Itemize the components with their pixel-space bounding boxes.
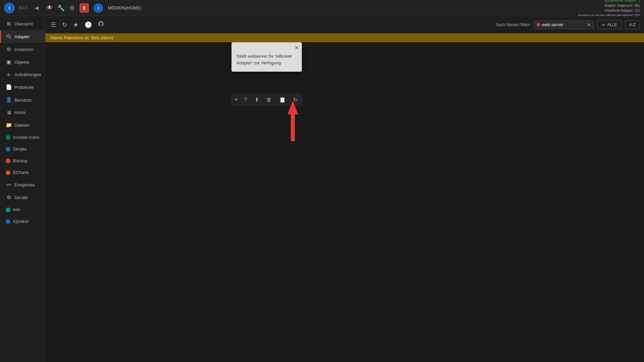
- script-icon: [6, 147, 10, 152]
- icontwo-icon: [6, 135, 10, 140]
- host-logo-text: i: [98, 6, 99, 10]
- sidebar-item-info[interactable]: Info: [0, 204, 45, 216]
- red-arrow-indicator: [286, 101, 300, 142]
- filter-input-wrapper[interactable]: ✕: [534, 20, 594, 29]
- sidebar-collapse-button[interactable]: ◀: [33, 4, 41, 12]
- sidebar: ⊞ Übersicht 🔌 Adapter ⧉ Instanzen ▣ Obje…: [0, 16, 45, 362]
- stat-total: Adapter Insgesamt: 481: [604, 4, 640, 7]
- filter-label: Nach Namen filtern: [496, 22, 530, 27]
- visibility-icon[interactable]: 👁: [47, 4, 53, 11]
- sidebar-label-protokolle: Protokolle: [14, 85, 34, 90]
- sidebar-item-dateien[interactable]: 📁 Dateien: [0, 119, 45, 131]
- sidebar-item-skripte[interactable]: Skripte: [0, 143, 45, 155]
- device-icon: ⚙: [6, 194, 12, 200]
- adapter-card-toolbar: + ? ⬆ 🗑 📋 ↻: [231, 94, 302, 105]
- add-adapter-button[interactable]: +: [234, 96, 238, 103]
- sidebar-label-ereignisse: Ereignisse: [14, 182, 35, 187]
- settings-icon[interactable]: ⚙: [69, 4, 75, 12]
- repo-banner: Aktives Repository ist: 'Beta (latest)': [45, 34, 644, 42]
- sidebar-label-instanzen: Instanzen: [14, 47, 33, 52]
- backup-icon: [6, 159, 10, 163]
- tooltip-close-button[interactable]: ✕: [294, 45, 299, 51]
- app-version: v5.2.3: [18, 6, 27, 10]
- repo-banner-text: Aktives Repository ist: 'Beta (latest)': [50, 36, 114, 40]
- sidebar-item-objekte[interactable]: ▣ Objekte: [0, 56, 45, 68]
- list-view-icon[interactable]: ☰: [49, 20, 57, 30]
- doc-icon: 📄: [6, 84, 12, 90]
- sidebar-item-iqontrol[interactable]: iQontrol: [0, 216, 45, 227]
- hostname-label: MEDION(HOME): [108, 5, 141, 10]
- sidebar-item-echarts[interactable]: ECharts: [0, 167, 45, 178]
- help-button[interactable]: ?: [243, 96, 249, 104]
- upload-button[interactable]: ⬆: [253, 96, 260, 104]
- sidebar-item-instanzen[interactable]: ⧉ Instanzen: [0, 43, 45, 56]
- sidebar-item-backup[interactable]: Backup: [0, 155, 45, 167]
- github-icon[interactable]: [97, 19, 105, 30]
- refresh-icon[interactable]: ↻: [61, 20, 68, 30]
- adapter-stats: Ausgewählte Adapter: 1 Adapter Insgesamt…: [578, 0, 640, 18]
- tooltip-header: ✕: [232, 43, 302, 52]
- alle-button[interactable]: ∞ ALLE: [597, 20, 622, 29]
- tooltip-text: Stellt webserver für 'ioBroker Adapter' …: [236, 54, 292, 65]
- main-layout: ⊞ Übersicht 🔌 Adapter ⧉ Instanzen ▣ Obje…: [0, 16, 644, 362]
- person-icon: 👤: [6, 97, 12, 103]
- sidebar-label-info: Info: [13, 207, 20, 212]
- svg-marker-0: [287, 101, 298, 141]
- iqontrol-icon: [6, 219, 10, 224]
- adapter-content: ✕ Stellt webserver für 'ioBroker Adapter…: [45, 42, 644, 362]
- sidebar-item-uebersicht[interactable]: ⊞ Übersicht: [0, 17, 45, 30]
- stat-selected: Ausgewählte Adapter: 1: [578, 0, 640, 3]
- box-icon: ▣: [6, 59, 12, 65]
- copy-button[interactable]: 📋: [278, 96, 287, 104]
- sidebar-label-icontwo: icontwo Icons: [13, 135, 40, 140]
- files-icon: 📁: [6, 122, 12, 128]
- host-logo: i: [94, 3, 103, 13]
- sidebar-item-aufzaehlungen[interactable]: ≡ Aufzählungen: [0, 68, 45, 81]
- upload-icon-button[interactable]: ⬆: [79, 3, 89, 13]
- infinity-icon: ∞: [602, 22, 605, 27]
- sidebar-item-protokolle[interactable]: 📄 Protokolle: [0, 81, 45, 94]
- favorites-icon[interactable]: ★: [72, 20, 80, 30]
- az-button[interactable]: A-Z: [625, 20, 640, 29]
- tooltip-body: Stellt webserver für 'ioBroker Adapter' …: [232, 52, 302, 71]
- filter-dot: [537, 23, 540, 26]
- alle-label: ALLE: [607, 22, 617, 27]
- events-icon: ≔: [6, 182, 12, 188]
- delete-button[interactable]: 🗑: [265, 96, 273, 104]
- sidebar-label-dateien: Dateien: [14, 123, 30, 128]
- stat-installed: Installierte Adapter: 121: [605, 9, 640, 12]
- grid-icon: ⊞: [6, 21, 12, 27]
- topbar-icons: 👁 🔧 ⚙ ⬆ i MEDION(HOME): [47, 3, 141, 13]
- sidebar-label-backup: Backup: [13, 158, 28, 163]
- adapter-toolbar: ☰ ↻ ★ 🕐 Nach Namen filtern ✕ ∞ ALLE A-Z: [45, 16, 644, 34]
- chart-icon: [6, 170, 10, 175]
- sidebar-item-benutzer[interactable]: 👤 Benutzer: [0, 94, 45, 106]
- sidebar-label-benutzer: Benutzer: [14, 98, 32, 103]
- plug-icon: 🔌: [6, 34, 12, 40]
- upload-icon: ⬆: [82, 5, 86, 11]
- sidebar-item-icontwo[interactable]: icontwo Icons: [0, 131, 45, 143]
- sidebar-label-skripte: Skripte: [13, 146, 26, 152]
- sidebar-item-geraete[interactable]: ⚙ Geräte: [0, 191, 45, 204]
- wrench-icon[interactable]: 🔧: [57, 4, 65, 12]
- sidebar-item-hosts[interactable]: 🖥 Hosts: [0, 106, 45, 119]
- list-icon: ≡: [6, 72, 12, 77]
- sidebar-label-geraete: Geräte: [14, 195, 28, 200]
- topbar: i v5.2.3 ◀ 👁 🔧 ⚙ ⬆ i MEDION(HOME) Ausgew…: [0, 0, 644, 16]
- clock-icon[interactable]: 🕐: [83, 20, 93, 30]
- sidebar-label-adapter: Adapter: [14, 34, 30, 39]
- tooltip-popup: ✕ Stellt webserver für 'ioBroker Adapter…: [231, 42, 302, 72]
- filter-clear-button[interactable]: ✕: [587, 22, 591, 27]
- content-area: ☰ ↻ ★ 🕐 Nach Namen filtern ✕ ∞ ALLE A-Z: [45, 16, 644, 362]
- app-logo[interactable]: i: [4, 3, 15, 13]
- host-icon: 🖥: [6, 110, 12, 115]
- sidebar-label-objekte: Objekte: [14, 60, 30, 65]
- layers-icon: ⧉: [6, 46, 12, 52]
- sidebar-item-adapter[interactable]: 🔌 Adapter: [0, 30, 45, 43]
- sidebar-item-ereignisse[interactable]: ≔ Ereignisse: [0, 178, 45, 191]
- filter-input[interactable]: [542, 22, 587, 27]
- refresh-adapter-button[interactable]: ↻: [292, 96, 299, 104]
- sidebar-label-aufzaehlungen: Aufzählungen: [14, 72, 41, 77]
- sidebar-label-hosts: Hosts: [14, 110, 25, 115]
- sidebar-label-echarts: ECharts: [13, 170, 29, 175]
